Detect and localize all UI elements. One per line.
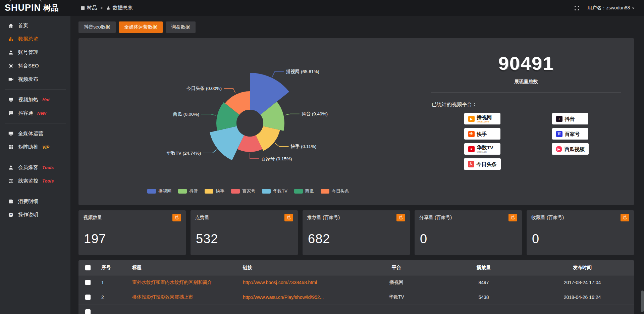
select-all-checkbox[interactable] xyxy=(85,265,91,270)
pie-slice-wasu[interactable] xyxy=(210,126,244,160)
total-badge: 总 xyxy=(396,214,405,221)
platform-share-pie-chart: 播视网 (65.61%)抖音 (9.40%)快手 (0.11%)百家号 (0.1… xyxy=(80,52,416,188)
legend-item-toutiao[interactable]: 今日头条 xyxy=(321,188,349,194)
platform-badge-douyin[interactable]: ♪抖音 xyxy=(552,113,588,124)
breadcrumb-root-label: 树品 xyxy=(87,5,97,11)
total-badge: 总 xyxy=(621,214,629,221)
sidebar-item-account-management[interactable]: 账号管理 xyxy=(0,46,70,59)
pie-legend: 播视网抖音快手百家号华数TV西瓜今日头条 xyxy=(147,188,349,194)
legend-item-kuaishou[interactable]: 快手 xyxy=(205,188,224,194)
sidebar-item-omnimedia-operation[interactable]: 全媒体运营 xyxy=(0,127,70,140)
tab-omnimedia-data[interactable]: 全媒体运营数据 xyxy=(119,21,163,33)
tab-douyin-seo-data[interactable]: 抖音seo数据 xyxy=(78,21,116,33)
stat-card-like-count: 点赞量总532 xyxy=(191,210,298,255)
tab-inquiry-data[interactable]: 询盘数据 xyxy=(166,21,196,33)
legend-item-xigua[interactable]: 西瓜 xyxy=(294,188,314,194)
sidebar-item-consumption-detail[interactable]: 消费明细 xyxy=(0,195,70,208)
platform-badge-baijiahao[interactable]: 百百家号 xyxy=(552,128,588,140)
sidebar-item-home[interactable]: 首页 xyxy=(0,19,70,32)
stat-card-header: 点赞量总 xyxy=(191,210,298,225)
row-checkbox[interactable] xyxy=(85,295,91,300)
fullscreen-icon[interactable] xyxy=(574,5,580,11)
platform-badge-wasu[interactable]: ★华数TVwasu.cn xyxy=(464,143,500,155)
pie-chart-area: 播视网 (65.61%)抖音 (9.40%)快手 (0.11%)百家号 (0.1… xyxy=(78,38,418,205)
baijiahao-logo-icon: 百 xyxy=(556,131,562,137)
stat-cards: 视频数量总197点赞量总532推荐量 (百家号)总682分享量 (百家号)总0收… xyxy=(78,210,634,255)
user-menu[interactable]: 用户名：zswodun88 xyxy=(587,5,635,11)
legend-swatch-kuaishou xyxy=(205,189,213,194)
legend-label: 快手 xyxy=(216,188,224,194)
stat-card-video-count: 视频数量总197 xyxy=(78,210,186,255)
page-scrollbar[interactable] xyxy=(641,16,644,314)
platform-badge-text: 今日头条 xyxy=(477,162,497,167)
table-header-row: 序号标题链接平台播放量发布时间 xyxy=(78,260,634,275)
pie-label-douyin: 抖音 (9.40%) xyxy=(302,111,328,116)
breadcrumb-root[interactable]: 树品 xyxy=(80,5,97,11)
platform-badge-subtext: wasu.cn xyxy=(477,151,493,153)
edit-square-icon xyxy=(80,6,85,10)
table-header-3: 平台 xyxy=(356,260,437,275)
sidebar-item-matrix-boost[interactable]: 矩阵助推VIP xyxy=(0,140,70,154)
summary-divider xyxy=(431,92,621,93)
pie-label-wasu: 华数TV (24.74%) xyxy=(166,150,201,155)
wasu-logo-icon: ★ xyxy=(468,146,475,152)
sidebar-item-douyin-seo[interactable]: 抖音SEO xyxy=(0,59,70,72)
platform-badge-boosj[interactable]: ▶播视网boosj.com xyxy=(464,113,500,124)
total-badge: 总 xyxy=(284,214,293,221)
stat-card-value: 197 xyxy=(78,225,186,255)
row-checkbox[interactable] xyxy=(85,280,91,285)
legend-item-baijiahao[interactable]: 百家号 xyxy=(231,188,255,194)
bar-chart-icon xyxy=(8,36,14,42)
cell-link[interactable] xyxy=(239,305,356,314)
sidebar-item-operation-guide[interactable]: ?操作说明 xyxy=(0,208,70,221)
cell-title[interactable]: 楼体投影灯投影效果震撼上市 xyxy=(128,290,239,305)
platform-badge-kuaishou[interactable]: 快快手 xyxy=(464,128,500,140)
chevron-down-icon xyxy=(56,77,60,82)
cell-title[interactable]: 室外水纹灯和室内水纹灯的区别和简介 xyxy=(128,275,239,290)
pie-label-line-boosj xyxy=(272,71,284,76)
platform-badge-xigua[interactable]: ▶西瓜视频 xyxy=(552,143,589,155)
video-icon xyxy=(8,76,14,82)
sidebar-item-lead-monitor[interactable]: 线索监控Tools xyxy=(0,174,70,188)
home-icon xyxy=(8,23,14,29)
legend-item-wasu[interactable]: 华数TV xyxy=(262,188,287,194)
total-badge: 总 xyxy=(172,214,181,221)
cell-link[interactable]: http://www.wasu.cn/Play/show/id/952... xyxy=(239,290,356,305)
video-table: 序号标题链接平台播放量发布时间 1室外水纹灯和室内水纹灯的区别和简介http:/… xyxy=(78,260,634,314)
sidebar-item-member-burst[interactable]: 会员爆客Tools xyxy=(0,161,70,174)
breadcrumb: 树品 > 数据总览 xyxy=(80,5,133,11)
legend-swatch-toutiao xyxy=(321,189,329,194)
sidebar-item-data-overview[interactable]: 数据总览 xyxy=(0,32,70,46)
toutiao-logo-icon: 头 xyxy=(468,161,474,167)
pie-label-line-toutiao xyxy=(224,88,235,93)
table-header-5: 发布时间 xyxy=(531,260,634,275)
sidebar: 首页数据总览账号管理抖音SEO视频发布视频加热Hot抖客通New全媒体运营矩阵助… xyxy=(0,16,70,314)
platform-badge-text: 播视网boosj.com xyxy=(477,115,492,123)
table-header-2: 链接 xyxy=(239,260,356,275)
legend-label: 西瓜 xyxy=(305,188,314,194)
row-checkbox[interactable] xyxy=(85,309,91,314)
chevron-down-icon xyxy=(56,50,60,55)
legend-item-boosj[interactable]: 播视网 xyxy=(147,188,171,194)
video-table-panel: 序号标题链接平台播放量发布时间 1室外水纹灯和室内水纹灯的区别和简介http:/… xyxy=(78,260,634,314)
total-impressions-value: 90491 xyxy=(430,52,623,74)
chevron-down-icon xyxy=(56,145,60,149)
cell-title[interactable] xyxy=(128,305,239,314)
sidebar-item-tag: Tools xyxy=(42,178,54,184)
page-scrollbar-thumb[interactable] xyxy=(641,291,644,312)
breadcrumb-current[interactable]: 数据总览 xyxy=(106,5,133,11)
stat-card-label: 分享量 (百家号) xyxy=(419,215,452,221)
platform-badge-toutiao[interactable]: 头今日头条 xyxy=(464,158,501,170)
row-checkbox-cell xyxy=(78,305,97,314)
sidebar-item-label: 矩阵助推 xyxy=(18,144,38,150)
cell-plays xyxy=(437,305,531,314)
sidebar-item-video-publish[interactable]: 视频发布 xyxy=(0,72,70,86)
sidebar-item-video-heat[interactable]: 视频加热Hot xyxy=(0,93,70,106)
sidebar-item-douketong[interactable]: 抖客通New xyxy=(0,106,70,120)
pie-label-line-douyin xyxy=(285,114,300,115)
legend-item-douyin[interactable]: 抖音 xyxy=(178,188,198,194)
cell-link[interactable]: http://www.boosj.com/7338468.html xyxy=(239,275,356,290)
platform-badge-text: 快手 xyxy=(477,132,487,137)
sidebar-item-tag: Hot xyxy=(42,97,50,102)
stat-card-value: 532 xyxy=(191,225,298,255)
